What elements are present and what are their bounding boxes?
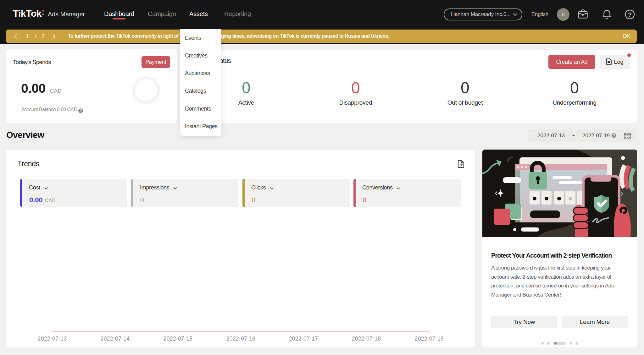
svg-text:?: ?: [628, 11, 632, 18]
